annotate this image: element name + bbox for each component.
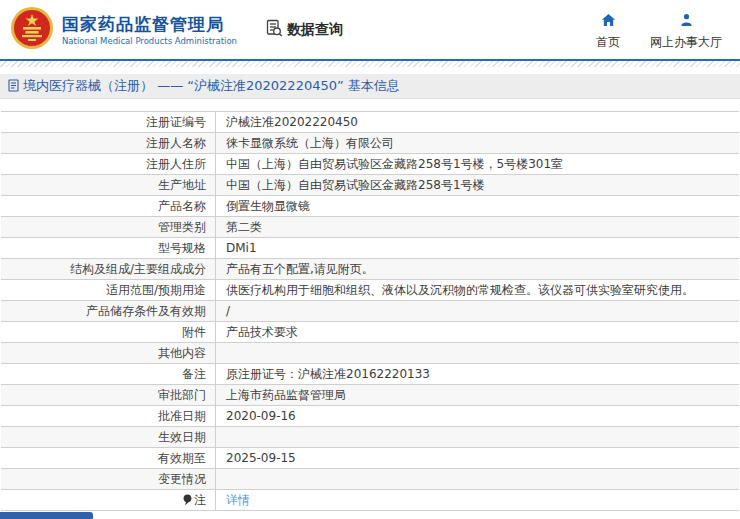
table-row: 有效期至2025-09-15 bbox=[1, 447, 739, 468]
table-row: 注册人名称徕卡显微系统（上海）有限公司 bbox=[1, 132, 739, 153]
data-query-label: 数据查询 bbox=[287, 21, 343, 39]
other-content bbox=[216, 343, 739, 363]
structure-composition: 产品有五个配置,请见附页。 bbox=[216, 259, 739, 279]
registration-number: 沪械注准20202220450 bbox=[216, 112, 739, 132]
production-address: 中国（上海）自由贸易试验区金藏路258号1号楼 bbox=[216, 175, 739, 195]
registration-info-table: 注册证编号沪械注准20202220450 注册人名称徕卡显微系统（上海）有限公司… bbox=[1, 111, 739, 511]
nav-home[interactable]: 首页 bbox=[596, 12, 620, 51]
attachment: 产品技术要求 bbox=[216, 322, 739, 342]
table-row: 生效日期 bbox=[1, 426, 739, 447]
brand-logo[interactable]: 国家药品监督管理局 National Medical Products Admi… bbox=[10, 6, 237, 54]
intended-use: 供医疗机构用于细胞和组织、液体以及沉积物的常规检查。该仪器可供实验室研究使用。 bbox=[216, 280, 739, 300]
balloon-note-icon bbox=[183, 494, 192, 506]
registrant-name: 徕卡显微系统（上海）有限公司 bbox=[216, 133, 739, 153]
table-row: 产品储存条件及有效期/ bbox=[1, 300, 739, 321]
nav-data-query[interactable]: 数据查询 bbox=[265, 19, 343, 41]
site-title: 国家药品监督管理局 bbox=[62, 14, 237, 34]
table-row: 结构及组成/主要组成成分产品有五个配置,请见附页。 bbox=[1, 258, 739, 279]
table-row: 适用范围/预期用途供医疗机构用于细胞和组织、液体以及沉积物的常规检查。该仪器可供… bbox=[1, 279, 739, 300]
remarks: 原注册证号：沪械注准20162220133 bbox=[216, 364, 739, 384]
product-name: 倒置生物显微镜 bbox=[216, 196, 739, 216]
breadcrumb-text: 境内医疗器械（注册） —— “沪械注准20202220450” 基本信息 bbox=[23, 77, 400, 95]
national-emblem-icon bbox=[10, 6, 54, 54]
change-status bbox=[216, 469, 739, 489]
note-cell: 详情 bbox=[216, 490, 739, 510]
home-icon bbox=[601, 12, 616, 31]
table-row: 备注原注册证号：沪械注准20162220133 bbox=[1, 363, 739, 384]
table-row: 型号规格DMi1 bbox=[1, 237, 739, 258]
breadcrumb: 境内医疗器械（注册） —— “沪械注准20202220450” 基本信息 bbox=[0, 74, 740, 99]
table-row: 其他内容 bbox=[1, 342, 739, 363]
table-row: 注册证编号沪械注准20202220450 bbox=[1, 111, 739, 132]
approval-department: 上海市药品监督管理局 bbox=[216, 385, 739, 405]
table-row: 管理类别第二类 bbox=[1, 216, 739, 237]
table-row: 批准日期2020-09-16 bbox=[1, 405, 739, 426]
approval-date: 2020-09-16 bbox=[216, 406, 739, 426]
registrant-address: 中国（上海）自由贸易试验区金藏路258号1号楼，5号楼301室 bbox=[216, 154, 739, 174]
person-icon bbox=[679, 12, 694, 31]
home-label: 首页 bbox=[596, 34, 620, 51]
management-category: 第二类 bbox=[216, 217, 739, 237]
table-row-note: 注 详情 bbox=[1, 489, 739, 510]
expiry-date: 2025-09-15 bbox=[216, 448, 739, 468]
document-icon bbox=[8, 77, 19, 96]
document-search-icon bbox=[265, 19, 283, 41]
model-spec: DMi1 bbox=[216, 238, 739, 258]
nav-online-hall[interactable]: 网上办事大厅 bbox=[650, 12, 722, 51]
header: 国家药品监督管理局 National Medical Products Admi… bbox=[0, 0, 740, 59]
effective-date bbox=[216, 427, 739, 447]
table-row: 附件产品技术要求 bbox=[1, 321, 739, 342]
storage-conditions: / bbox=[216, 301, 739, 321]
table-row: 审批部门上海市药品监督管理局 bbox=[1, 384, 739, 405]
table-row: 变更情况 bbox=[1, 468, 739, 489]
site-subtitle: National Medical Products Administration bbox=[62, 36, 237, 46]
footer-fragment bbox=[0, 512, 93, 519]
table-row: 注册人住所中国（上海）自由贸易试验区金藏路258号1号楼，5号楼301室 bbox=[1, 153, 739, 174]
table-row: 产品名称倒置生物显微镜 bbox=[1, 195, 739, 216]
online-hall-label: 网上办事大厅 bbox=[650, 34, 722, 51]
detail-link[interactable]: 详情 bbox=[226, 493, 250, 507]
table-row: 生产地址中国（上海）自由贸易试验区金藏路258号1号楼 bbox=[1, 174, 739, 195]
